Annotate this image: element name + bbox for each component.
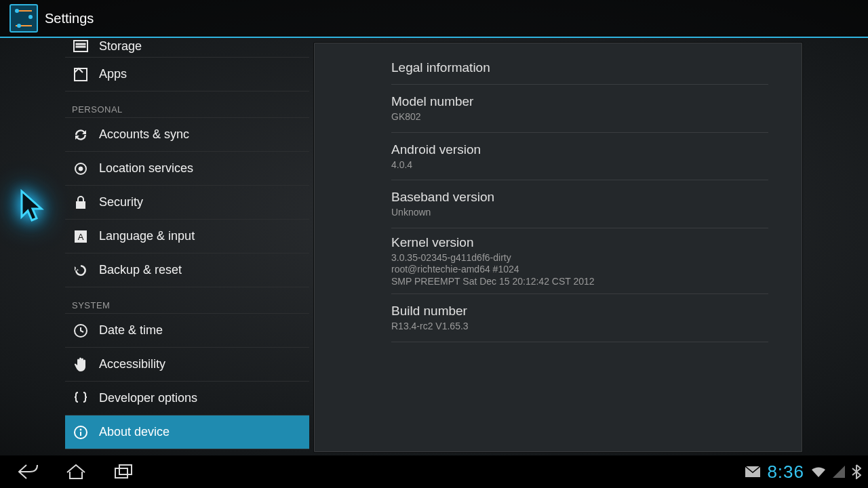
language-icon: A: [72, 228, 90, 245]
detail-pane: Legal information Model number GK802 And…: [313, 42, 803, 453]
settings-sidebar[interactable]: Storage Apps PERSONAL Accounts & sync Lo…: [65, 38, 309, 453]
sidebar-item-language[interactable]: A Language & input: [65, 220, 309, 253]
svg-point-11: [80, 428, 82, 430]
sidebar-item-developer[interactable]: Developer options: [65, 382, 309, 415]
signal-icon: [833, 466, 845, 478]
svg-point-5: [79, 167, 83, 171]
sidebar-category-personal: PERSONAL: [65, 92, 309, 118]
braces-icon: [72, 390, 90, 407]
backup-icon: [72, 262, 90, 279]
sidebar-item-about[interactable]: About device: [65, 415, 309, 449]
pane-item-value: 3.0.35-02345-g411d6f6-dirty root@richtec…: [391, 252, 768, 288]
sidebar-item-label: Backup & reset: [99, 263, 182, 277]
sidebar-item-label: Accounts & sync: [99, 127, 189, 142]
system-tray[interactable]: 8:36: [745, 455, 861, 488]
pane-item-title: Build number: [391, 304, 768, 319]
sidebar-item-label: Storage: [99, 39, 142, 54]
pane-item-kernel[interactable]: Kernel version 3.0.35-02345-g411d6f6-dir…: [348, 228, 768, 294]
svg-rect-6: [76, 201, 85, 209]
pane-item-value: 4.0.4: [391, 159, 768, 171]
sidebar-item-accessibility[interactable]: Accessibility: [65, 348, 309, 382]
sidebar-item-label: Developer options: [99, 391, 197, 405]
pane-item-title: Android version: [391, 142, 768, 157]
sidebar-item-label: Location services: [99, 161, 193, 176]
clock-icon: [72, 322, 90, 340]
back-button[interactable]: [9, 460, 47, 484]
pane-item-android-version[interactable]: Android version 4.0.4: [348, 133, 768, 180]
svg-rect-12: [80, 432, 81, 436]
sidebar-item-label: About device: [99, 425, 170, 439]
pane-item-legal[interactable]: Legal information: [348, 51, 768, 84]
sidebar-item-label: Accessibility: [99, 357, 165, 371]
wifi-icon: [811, 466, 826, 478]
location-icon: [72, 160, 90, 178]
info-icon: [72, 424, 90, 441]
pane-item-value: Unknown: [391, 207, 768, 219]
svg-rect-13: [115, 468, 127, 478]
sync-icon: [72, 126, 90, 144]
lock-icon: [72, 194, 90, 211]
svg-rect-14: [119, 465, 132, 474]
pane-item-title: Legal information: [391, 60, 768, 75]
recent-apps-button[interactable]: [104, 460, 142, 484]
sidebar-item-security[interactable]: Security: [65, 186, 309, 220]
pane-item-title: Model number: [391, 94, 768, 109]
svg-rect-1: [76, 43, 85, 45]
bluetooth-icon: [852, 464, 861, 479]
cursor-pointer-icon: [18, 188, 52, 229]
storage-icon: [72, 38, 90, 55]
apps-icon: [72, 66, 90, 83]
sidebar-item-accounts-sync[interactable]: Accounts & sync: [65, 118, 309, 152]
system-navbar: 8:36: [0, 455, 868, 488]
page-title: Settings: [45, 11, 94, 26]
pane-item-model[interactable]: Model number GK802: [348, 85, 768, 132]
sidebar-item-apps[interactable]: Apps: [65, 58, 309, 92]
pane-item-baseband[interactable]: Baseband version Unknown: [348, 180, 768, 228]
sidebar-item-datetime[interactable]: Date & time: [65, 314, 309, 348]
screen: Settings Storage Apps PERSONAL Accounts …: [0, 0, 868, 488]
sidebar-item-label: Language & input: [99, 229, 195, 243]
sidebar-item-label: Security: [99, 195, 143, 209]
svg-rect-2: [76, 46, 85, 47]
hand-icon: [72, 356, 90, 373]
pane-item-title: Baseband version: [391, 190, 768, 205]
pane-item-value: GK802: [391, 111, 768, 123]
action-bar: Settings: [0, 0, 868, 37]
sidebar-item-label: Apps: [99, 67, 127, 81]
sidebar-item-storage[interactable]: Storage: [65, 38, 309, 58]
settings-app-icon: [9, 4, 38, 33]
pane-item-title: Kernel version: [391, 235, 768, 250]
sidebar-category-system: SYSTEM: [65, 287, 309, 314]
pane-item-build[interactable]: Build number R13.4-rc2 V1.65.3: [348, 294, 768, 342]
home-button[interactable]: [57, 460, 95, 484]
mail-icon: [745, 466, 760, 477]
sidebar-item-label: Date & time: [99, 323, 163, 338]
status-clock: 8:36: [767, 462, 804, 483]
sidebar-item-backup[interactable]: Backup & reset: [65, 253, 309, 287]
sidebar-item-location[interactable]: Location services: [65, 152, 309, 186]
svg-text:A: A: [78, 232, 84, 242]
pane-item-value: R13.4-rc2 V1.65.3: [391, 321, 768, 333]
